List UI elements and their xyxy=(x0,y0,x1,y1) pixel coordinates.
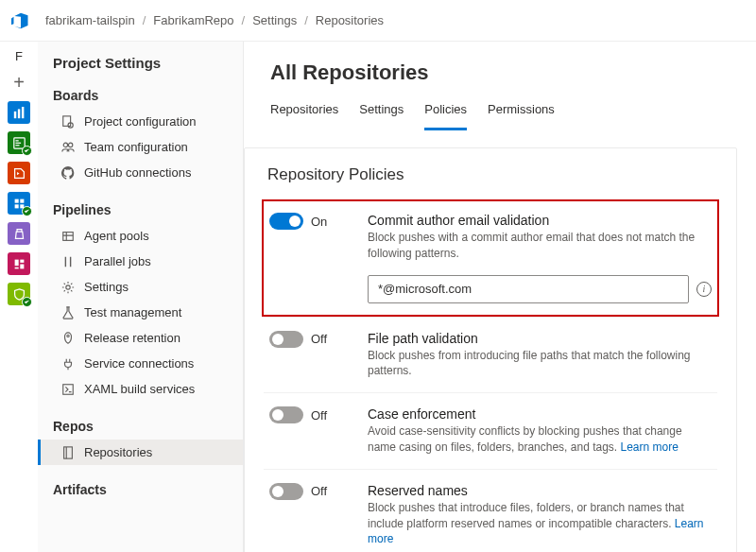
rocket-icon xyxy=(60,331,75,345)
svg-rect-13 xyxy=(20,264,24,268)
plus-icon[interactable]: + xyxy=(8,71,30,94)
breadcrumb: fabrikam-tailspin / FabrikamRepo / Setti… xyxy=(45,13,384,27)
email-pattern-input[interactable] xyxy=(368,275,689,303)
policy-title: Case enforcement xyxy=(368,406,712,422)
policy-file-path-validation: Off File path validation Block pushes fr… xyxy=(264,317,717,393)
testplans-icon[interactable] xyxy=(8,131,30,154)
svg-rect-0 xyxy=(13,111,15,117)
toggle-label: Off xyxy=(311,408,327,423)
svg-rect-4 xyxy=(15,140,18,141)
sidebar-item-project-configuration[interactable]: Project configuration xyxy=(38,109,243,134)
svg-rect-7 xyxy=(14,198,18,202)
tab-permissions[interactable]: Permissions xyxy=(488,96,555,130)
policy-title: Reserved names xyxy=(368,483,712,498)
gear-icon xyxy=(60,280,75,294)
svg-rect-6 xyxy=(15,145,19,146)
svg-rect-15 xyxy=(62,115,70,126)
toggle-label: Off xyxy=(311,484,327,498)
sidebar-item-label: Settings xyxy=(84,280,129,294)
artifacts-icon[interactable] xyxy=(8,222,30,245)
sidebar-item-service-connections[interactable]: Service connections xyxy=(38,351,243,376)
sidebar-item-release-retention[interactable]: Release retention xyxy=(38,325,243,351)
svg-point-17 xyxy=(63,143,67,147)
sidebar-item-label: Agent pools xyxy=(84,229,149,243)
xaml-icon xyxy=(60,382,75,396)
policy-description: Block pushes with a commit author email … xyxy=(368,230,712,262)
svg-rect-9 xyxy=(14,204,18,208)
svg-rect-5 xyxy=(15,142,21,143)
policy-title: File path validation xyxy=(368,331,712,346)
sidebar-group-heading: Artifacts xyxy=(53,482,228,497)
team-icon xyxy=(60,140,75,154)
shield-icon[interactable] xyxy=(8,283,30,305)
tab-settings[interactable]: Settings xyxy=(359,96,404,130)
info-icon[interactable]: i xyxy=(696,282,712,297)
azure-devops-logo-icon[interactable] xyxy=(8,8,34,34)
sidebar-item-label: Team configuration xyxy=(84,140,188,154)
tabs: Repositories Settings Policies Permissio… xyxy=(270,96,730,130)
sidebar-item-parallel-jobs[interactable]: Parallel jobs xyxy=(38,249,243,274)
toggle-label: On xyxy=(311,215,327,229)
repository-policies-panel: Repository Policies On Commit author ema… xyxy=(244,147,737,552)
sidebar-item-label: GitHub connections xyxy=(84,165,191,180)
policy-description: Avoid case-sensitivity conflicts by bloc… xyxy=(368,423,712,456)
policy-description: Block pushes that introduce files, folde… xyxy=(368,500,712,547)
nav-rail: F + xyxy=(0,42,38,552)
pool-icon xyxy=(60,229,75,243)
breadcrumb-item[interactable]: FabrikamRepo xyxy=(153,13,233,27)
policy-description: Block pushes from introducing file paths… xyxy=(368,348,712,380)
svg-point-18 xyxy=(68,143,72,147)
svg-point-21 xyxy=(66,335,68,336)
panel-title: Repository Policies xyxy=(267,165,717,184)
breadcrumb-item[interactable]: Repositories xyxy=(316,13,384,27)
sidebar-item-github-connections[interactable]: GitHub connections xyxy=(38,160,243,185)
svg-rect-23 xyxy=(63,446,72,457)
policy-commit-author-email-validation: On Commit author email validation Block … xyxy=(262,199,719,317)
flask-icon xyxy=(60,305,75,319)
toggle-reserved-names[interactable] xyxy=(269,483,303,500)
sidebar-group-heading: Boards xyxy=(53,88,228,103)
sidebar-item-label: Test management xyxy=(84,305,181,319)
sidebar-item-label: Repositories xyxy=(84,445,152,459)
svg-rect-8 xyxy=(20,198,24,202)
parallel-icon xyxy=(60,254,75,268)
toggle-case-enforcement[interactable] xyxy=(269,406,303,423)
breadcrumb-item[interactable]: fabrikam-tailspin xyxy=(45,13,135,27)
tab-repositories[interactable]: Repositories xyxy=(270,96,338,130)
boards-icon[interactable] xyxy=(8,101,30,124)
breadcrumb-item[interactable]: Settings xyxy=(252,13,297,27)
svg-rect-14 xyxy=(14,267,18,268)
page-title: All Repositories xyxy=(270,60,730,85)
sidebar-item-label: Release retention xyxy=(84,331,180,345)
toggle-file-path-validation[interactable] xyxy=(269,331,303,348)
office-icon[interactable] xyxy=(8,162,30,184)
dashboards-icon[interactable] xyxy=(8,252,30,275)
tab-policies[interactable]: Policies xyxy=(424,96,467,130)
sidebar-item-label: XAML build services xyxy=(84,382,195,396)
main: All Repositories Repositories Settings P… xyxy=(244,42,756,552)
plug-icon xyxy=(60,356,75,371)
policy-title: Commit author email validation xyxy=(368,213,712,228)
svg-rect-12 xyxy=(20,259,24,262)
doc-settings-icon xyxy=(60,114,75,129)
sidebar-item-settings[interactable]: Settings xyxy=(38,274,243,300)
sidebar-item-xaml-build-services[interactable]: XAML build services xyxy=(38,376,243,402)
sidebar-item-agent-pools[interactable]: Agent pools xyxy=(38,223,243,249)
sidebar-group-heading: Pipelines xyxy=(53,202,228,217)
top-bar: fabrikam-tailspin / FabrikamRepo / Setti… xyxy=(0,0,756,42)
sidebar-item-repositories[interactable]: Repositories xyxy=(38,440,243,465)
sidebar-item-label: Service connections xyxy=(84,356,194,371)
learn-more-link[interactable]: Learn more xyxy=(621,440,679,454)
project-avatar[interactable]: F xyxy=(15,49,23,63)
sidebar: Project Settings Boards Project configur… xyxy=(38,42,244,552)
sidebar-item-team-configuration[interactable]: Team configuration xyxy=(38,134,243,160)
svg-rect-2 xyxy=(21,107,23,118)
github-icon xyxy=(60,165,75,180)
toggle-commit-author-email[interactable] xyxy=(269,213,303,230)
sidebar-item-test-management[interactable]: Test management xyxy=(38,300,243,325)
toggle-label: Off xyxy=(311,332,327,346)
svg-rect-19 xyxy=(62,232,73,240)
repos-icon[interactable] xyxy=(8,192,30,215)
sidebar-group-heading: Repos xyxy=(53,419,228,434)
sidebar-title: Project Settings xyxy=(53,55,228,71)
